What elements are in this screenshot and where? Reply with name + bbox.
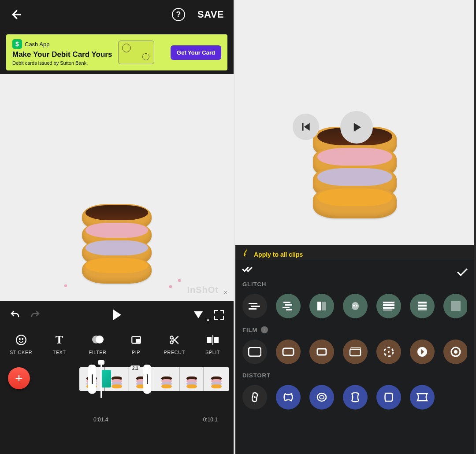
playback-bar: [0, 301, 234, 329]
svg-point-37: [388, 351, 390, 353]
music-badge-icon: ♪: [261, 326, 268, 333]
add-clip-button[interactable]: +: [8, 367, 30, 389]
tool-precut[interactable]: PRECUT: [157, 334, 192, 355]
svg-rect-22: [383, 302, 394, 303]
glitch-effect-6[interactable]: [410, 294, 435, 318]
svg-rect-25: [383, 310, 392, 310]
category-title: GLITCH: [242, 281, 467, 288]
svg-rect-32: [283, 348, 294, 355]
split-icon: [207, 334, 219, 346]
svg-rect-29: [418, 308, 427, 310]
back-button[interactable]: [10, 7, 25, 22]
film-effect-3[interactable]: [309, 340, 334, 364]
svg-point-2: [22, 339, 23, 340]
category-distort: DISTORT: [242, 372, 467, 410]
tool-filter[interactable]: FILTER: [80, 334, 115, 355]
distort-effect-3[interactable]: [309, 385, 334, 410]
video-preview[interactable]: InShOt ×: [0, 74, 234, 301]
svg-rect-18: [317, 302, 321, 310]
keyframe-button[interactable]: [194, 311, 203, 318]
svg-rect-23: [383, 304, 394, 306]
svg-rect-4: [136, 340, 140, 343]
distort-effect-6[interactable]: [410, 385, 435, 410]
svg-point-1: [19, 339, 20, 340]
fullscreen-icon: [214, 310, 224, 320]
distort-effect-5[interactable]: [376, 385, 401, 410]
category-glitch: GLITCH: [242, 281, 467, 318]
tool-label: PIP: [132, 350, 140, 355]
glitch-effect-3[interactable]: [309, 294, 334, 318]
distort-effect-1[interactable]: [242, 385, 267, 410]
apply-all-tooltip: Apply to all clips: [242, 247, 303, 258]
scissors-icon: [168, 334, 181, 346]
tool-label: PRECUT: [164, 350, 185, 355]
svg-rect-11: [249, 303, 257, 304]
timeline[interactable]: + 2.1 0:01.4 0:10.1: [0, 358, 234, 424]
trim-handle-right[interactable]: [143, 365, 151, 394]
film-effect-4[interactable]: [343, 340, 368, 364]
trim-handle-left[interactable]: [88, 365, 96, 394]
svg-rect-35: [351, 347, 361, 350]
svg-rect-13: [249, 308, 257, 310]
svg-point-0: [16, 335, 26, 345]
svg-rect-8: [214, 337, 219, 343]
glitch-effect-1[interactable]: [242, 294, 267, 318]
tool-label: STICKER: [10, 350, 32, 355]
tool-pip[interactable]: PIP: [119, 334, 154, 355]
undo-button[interactable]: [10, 310, 20, 320]
tool-sticker[interactable]: STICKER: [4, 334, 39, 355]
svg-rect-10: [302, 123, 303, 130]
effects-pane: Apply to all clips GLITCH: [235, 0, 474, 454]
confirm-button[interactable]: [457, 266, 468, 276]
filter-icon: [92, 334, 104, 346]
apply-all-button[interactable]: [242, 267, 256, 275]
glitch-effect-2[interactable]: [276, 294, 301, 318]
play-button[interactable]: [113, 310, 121, 320]
svg-rect-16: [283, 307, 290, 308]
category-title: DISTORT: [242, 372, 467, 379]
glitch-effect-7[interactable]: [443, 294, 467, 318]
svg-rect-15: [285, 304, 292, 306]
ad-cta-button[interactable]: Get Your Card: [171, 45, 221, 60]
svg-rect-34: [350, 349, 361, 356]
svg-rect-31: [249, 347, 261, 356]
timecode-total: 0:10.1: [203, 417, 218, 423]
svg-rect-33: [317, 349, 326, 355]
svg-point-42: [317, 393, 326, 401]
film-effect-2[interactable]: [276, 340, 301, 364]
film-effect-7[interactable]: [443, 340, 467, 364]
distort-effect-4[interactable]: [343, 385, 368, 410]
selection-overlay: [101, 370, 111, 388]
playhead[interactable]: [100, 361, 102, 398]
svg-rect-30: [451, 301, 461, 311]
svg-point-41: [254, 396, 256, 398]
preview-play-button[interactable]: [340, 111, 373, 144]
glitch-effect-5[interactable]: [376, 294, 401, 318]
clip-speed-tag: 2.1: [130, 365, 140, 371]
tool-split[interactable]: SPLIT: [195, 334, 231, 355]
ad-card-art: [118, 41, 154, 64]
help-button[interactable]: ?: [172, 8, 185, 21]
svg-rect-7: [207, 337, 212, 343]
glitch-effect-4[interactable]: [343, 294, 368, 318]
svg-point-40: [454, 350, 457, 354]
film-effect-6[interactable]: [410, 340, 435, 364]
film-effect-1[interactable]: [242, 340, 267, 364]
ad-sub: Debit cards issued by Sutton Bank.: [12, 60, 112, 66]
svg-rect-17: [286, 309, 292, 310]
fullscreen-button[interactable]: [214, 310, 224, 320]
ad-brand: Cash App: [25, 41, 49, 48]
ad-headline: Make Your Debit Card Yours: [12, 50, 112, 59]
ad-banner[interactable]: $ Cash App Make Your Debit Card Yours De…: [6, 34, 227, 70]
editor-pane: ? SAVE $ Cash App Make Your Debit Card Y…: [0, 0, 235, 454]
distort-effect-2[interactable]: [276, 385, 301, 410]
svg-rect-9: [212, 335, 213, 345]
prev-frame-button[interactable]: [293, 114, 319, 140]
watermark: InShOt: [187, 285, 219, 295]
remove-watermark-button[interactable]: ×: [224, 289, 227, 296]
svg-rect-27: [418, 302, 427, 303]
film-effect-5[interactable]: [376, 340, 401, 364]
tool-text[interactable]: T TEXT: [42, 334, 77, 355]
svg-point-21: [356, 305, 357, 306]
save-button[interactable]: SAVE: [197, 9, 224, 20]
